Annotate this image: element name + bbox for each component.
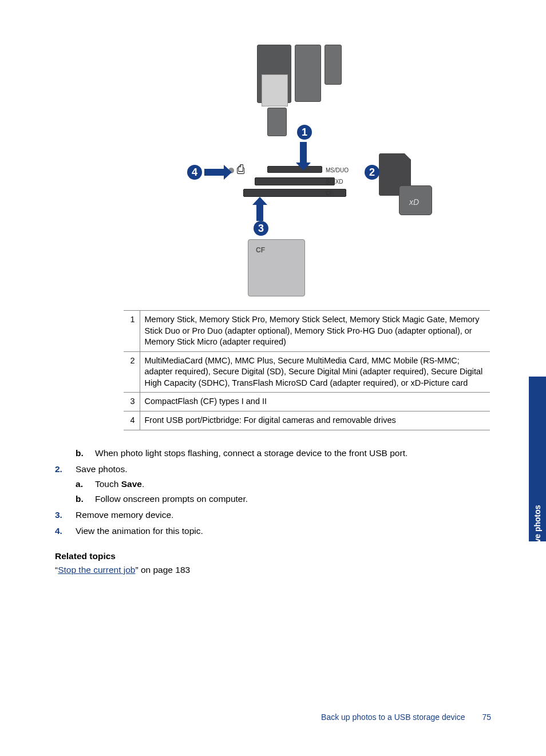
legend-text: CompactFlash (CF) types I and II <box>140 393 490 411</box>
instruction-body: b. When photo light stops flashing, conn… <box>55 446 491 577</box>
legend-num: 3 <box>124 393 140 411</box>
step-number: 2. <box>55 462 62 476</box>
substep-label: b. <box>76 446 84 460</box>
step-1b-text: When photo light stops flashing, connect… <box>95 448 407 458</box>
related-topic-line: “Stop the current job” on page 183 <box>55 563 491 577</box>
slot-label-sdxd: SD·XD <box>326 179 343 185</box>
callout-3: 3 <box>254 221 268 236</box>
legend-num: 2 <box>124 351 140 393</box>
cf-card-label: CF <box>256 246 265 254</box>
related-link[interactable]: Stop the current job <box>58 565 135 575</box>
legend-row: 1 Memory Stick, Memory Stick Pro, Memory… <box>124 311 490 352</box>
chapter-tab: Save photos <box>529 377 546 541</box>
legend-text: Front USB port/Pictbridge: For digital c… <box>140 411 490 430</box>
slot-label-cf: CF <box>326 190 333 196</box>
callout-4: 4 <box>187 165 202 180</box>
step-3-text: Remove memory device. <box>76 510 173 520</box>
footer-title: Back up photos to a USB storage device <box>321 713 465 722</box>
legend-text: MultiMediaCard (MMC), MMC Plus, Secure M… <box>140 351 490 393</box>
substep-label: a. <box>76 477 83 491</box>
legend-table: 1 Memory Stick, Memory Stick Pro, Memory… <box>124 310 490 430</box>
pictbridge-icon: ⎙ <box>237 162 250 175</box>
page-number: 75 <box>482 713 491 722</box>
legend-num: 4 <box>124 411 140 430</box>
step-4-text: View the animation for this topic. <box>76 526 203 536</box>
step-number: 4. <box>55 524 62 538</box>
slot-label-msduo: MS/DUO <box>326 167 349 173</box>
step-2-text: Save photos. <box>76 464 127 474</box>
legend-text: Memory Stick, Memory Stick Pro, Memory S… <box>140 311 490 352</box>
xd-card-label: xD <box>409 197 419 207</box>
page-footer: Back up photos to a USB storage device 7… <box>0 713 546 722</box>
legend-row: 2 MultiMediaCard (MMC), MMC Plus, Secure… <box>124 351 490 393</box>
step-2a-text: Touch Save. <box>95 479 144 489</box>
legend-row: 4 Front USB port/Pictbridge: For digital… <box>124 411 490 430</box>
step-number: 3. <box>55 508 62 522</box>
legend-num: 1 <box>124 311 140 352</box>
step-2b-text: Follow onscreen prompts on computer. <box>95 494 248 504</box>
related-topics-heading: Related topics <box>55 549 491 563</box>
chapter-tab-label: Save photos <box>533 505 542 552</box>
substep-label: b. <box>76 492 84 506</box>
memory-card-diagram: ⎙ MS/DUO SD·XD CF xD CF 1 2 3 4 <box>124 40 491 303</box>
callout-1: 1 <box>297 125 312 140</box>
legend-row: 3 CompactFlash (CF) types I and II <box>124 393 490 411</box>
callout-2: 2 <box>365 165 379 180</box>
